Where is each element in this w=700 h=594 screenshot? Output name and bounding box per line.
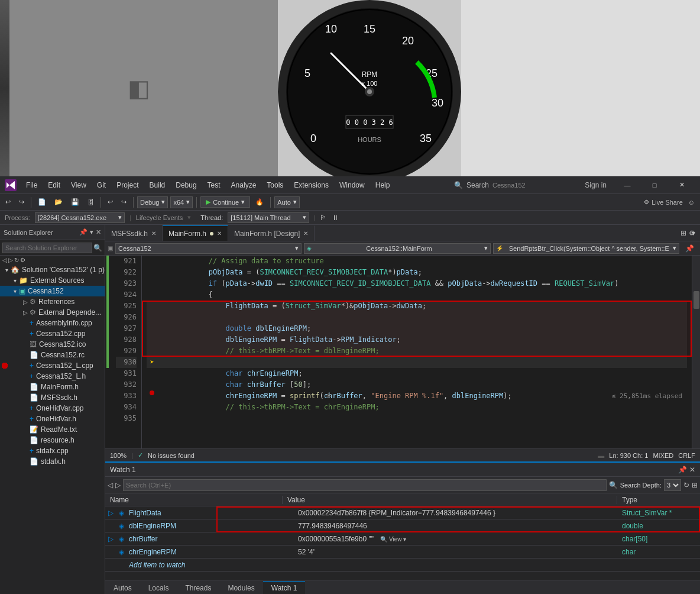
redo-button[interactable]: ↪ <box>118 196 129 208</box>
tab-msfssdk[interactable]: MSFSsdk.h ✕ <box>105 225 163 241</box>
tab-mainformh[interactable]: MainForm.h ✕ <box>163 225 228 241</box>
tree-external-sources[interactable]: ▾ 📁 External Sources <box>0 275 105 286</box>
menu-analyze[interactable]: Analyze <box>226 180 261 191</box>
right-scrollbar[interactable] <box>692 256 700 448</box>
bottom-tab-autos[interactable]: Autos <box>105 581 140 594</box>
minimize-button[interactable]: — <box>614 176 641 194</box>
menu-extensions[interactable]: Extensions <box>289 180 333 191</box>
sidebar-chevron-icon[interactable]: ▾ <box>90 228 93 236</box>
menu-build[interactable]: Build <box>145 180 170 191</box>
tree-collapse-btn[interactable]: ◁ <box>2 257 7 263</box>
close-button[interactable]: ✕ <box>668 176 695 194</box>
context-project[interactable]: Cessna152 ▾ <box>115 243 302 254</box>
tree-project-cessna[interactable]: ▾ ▣ Cessna152 <box>0 286 105 296</box>
tree-item-cessna152cpp[interactable]: + Cessna152.cpp <box>0 328 105 339</box>
code-lines[interactable]: // Assign data to structure pObjData = (… <box>142 256 692 448</box>
refresh-icon[interactable]: ↻ <box>683 481 689 489</box>
sidebar-pin-icon[interactable]: 📌 <box>79 228 88 236</box>
watch-row-flightdata[interactable]: ▷ ◈ FlightData 0x00002234d7b867f8 {RPM_I… <box>105 506 700 519</box>
tree-item-resource[interactable]: 📄 resource.h <box>0 435 105 446</box>
svg-point-15 <box>367 89 372 94</box>
auto-dropdown[interactable]: Auto ▾ <box>274 196 300 208</box>
tab-mainformh-design[interactable]: MainForm.h [Design] ✕ <box>228 225 315 241</box>
tree-expand-btn[interactable]: ▷ <box>8 257 13 263</box>
bottom-tab-locals[interactable]: Locals <box>140 581 177 594</box>
tree-item-cessna-l-h[interactable]: + Cessna152_L.h <box>0 371 105 382</box>
sign-in[interactable]: Sign in <box>585 181 607 189</box>
tree-item-references[interactable]: ▷ ⚙ References <box>0 296 105 307</box>
tab-settings-icon[interactable]: ⚙ <box>689 229 695 237</box>
menu-edit[interactable]: Edit <box>43 180 65 191</box>
save-button[interactable]: 💾 <box>68 196 82 208</box>
bottom-tab-modules[interactable]: Modules <box>219 581 262 594</box>
back-button[interactable]: ↩ <box>2 196 14 208</box>
process-dropdown[interactable]: [28264] Cessna152.exe ▾ <box>35 212 125 223</box>
menu-test[interactable]: Test <box>203 180 225 191</box>
tree-settings-btn[interactable]: ⚙ <box>20 257 25 263</box>
tree-solution[interactable]: ▾ 🏠 Solution 'Cessna152' (1 p) <box>0 264 105 275</box>
undo-button[interactable]: ↩ <box>105 196 116 208</box>
tree-item-cessna-l-cpp[interactable]: ⏺ + Cessna152_L.cpp <box>0 360 105 371</box>
depth-select[interactable]: 3 1 2 5 <box>664 479 681 491</box>
watch-close-icon[interactable]: ✕ <box>689 466 695 474</box>
sidebar-search-input[interactable] <box>2 243 92 253</box>
watch-search-icon[interactable]: 🔍 <box>609 481 618 489</box>
menu-git[interactable]: Git <box>92 180 111 191</box>
save-all-button[interactable]: 🗄 <box>85 197 97 208</box>
menu-view[interactable]: View <box>66 180 91 191</box>
thread-dropdown[interactable]: [15112] Main Thread ▾ <box>228 212 309 223</box>
bottom-tab-threads[interactable]: Threads <box>177 581 219 594</box>
tree-item-onehidvar-h[interactable]: + OneHidVar.h <box>0 414 105 424</box>
sidebar-close-icon[interactable]: ✕ <box>96 228 101 236</box>
open-button[interactable]: 📂 <box>51 196 66 208</box>
tree-item-readme[interactable]: 📝 ReadMe.txt <box>0 424 105 435</box>
tree-item-cessna-rc[interactable]: 📄 Cessna152.rc <box>0 350 105 360</box>
vs-window: File Edit View Git Project Build Debug T… <box>0 176 700 594</box>
menu-window[interactable]: Window <box>335 180 370 191</box>
view-btn[interactable]: 🔍 View ▾ <box>380 536 406 543</box>
nav-forward-icon[interactable]: ▷ <box>115 481 121 489</box>
nav-back-icon[interactable]: ◁ <box>108 481 113 489</box>
tree-item-cessna-ico[interactable]: 🖼 Cessna152.ico <box>0 339 105 350</box>
debug-mode-dropdown[interactable]: Debug ▾ <box>137 196 168 208</box>
watch-row-dblenginerpm[interactable]: ◈ dblEngineRPM 777.94839468497446 double <box>105 519 700 532</box>
tree-refresh-btn[interactable]: ↻ <box>14 257 19 263</box>
watch-row-chrbuffer[interactable]: ▷ ◈ chrBuffer 0x00000055a15fe9b0 "" 🔍 Vi… <box>105 532 700 545</box>
hot-reload-button[interactable]: 🔥 <box>252 196 267 208</box>
menu-help[interactable]: Help <box>371 180 395 191</box>
code-editor[interactable]: 921 922 923 924 925 926 927 928 929 930 … <box>105 256 700 448</box>
watch-pin-icon[interactable]: 📌 <box>678 466 687 474</box>
cessna-ico-icon: 🖼 <box>30 340 37 348</box>
expand-icon[interactable]: ⊞ <box>692 481 698 489</box>
tree-item-ext-depend[interactable]: ▷ ⚙ External Depende... <box>0 307 105 318</box>
tree-item-stdafx-h[interactable]: 📄 stdafx.h <box>0 456 105 467</box>
feedback-button[interactable]: ☺ <box>685 197 698 208</box>
bottom-tab-watch1[interactable]: Watch 1 <box>263 581 306 594</box>
watch-row-add[interactable]: Add item to watch <box>105 559 700 572</box>
maximize-button[interactable]: □ <box>641 176 668 194</box>
platform-dropdown[interactable]: x64 ▾ <box>170 196 193 208</box>
tab-mainformh-design-close[interactable]: ✕ <box>303 230 308 237</box>
tree-item-msfssdk[interactable]: 📄 MSFSsdk.h <box>0 392 105 403</box>
new-button[interactable]: 📄 <box>35 196 49 208</box>
forward-button[interactable]: ↪ <box>16 196 27 208</box>
context-method[interactable]: ⚡ SendRptsBtr_Click(System::Object ^ sen… <box>493 243 679 254</box>
tab-expand-icon[interactable]: ⊞ <box>680 229 686 237</box>
watch-row-chrenginerpm[interactable]: ◈ chrEngineRPM 52 '4' char <box>105 545 700 559</box>
tree-item-assemblyinfo[interactable]: + AssemblyInfo.cpp <box>0 318 105 328</box>
tab-mainformh-close[interactable]: ✕ <box>217 230 222 237</box>
live-share-label[interactable]: Live Share <box>652 199 683 206</box>
menu-debug[interactable]: Debug <box>171 180 201 191</box>
menu-project[interactable]: Project <box>112 180 143 191</box>
context-class[interactable]: ◈ Cessna152::MainForm ▾ <box>304 243 490 254</box>
tree-item-mainformh[interactable]: 📄 MainForm.h <box>0 382 105 392</box>
continue-button[interactable]: ▶ Continue ▾ <box>200 196 250 208</box>
tree-item-onehidvar-cpp[interactable]: + OneHidVar.cpp <box>0 403 105 414</box>
tree-item-stdafx-cpp[interactable]: + stdafx.cpp <box>0 446 105 456</box>
menu-file[interactable]: File <box>21 180 42 191</box>
watch-search-input[interactable] <box>123 479 607 491</box>
context-pin[interactable]: 📌 <box>682 244 698 253</box>
sidebar-search-icon[interactable]: 🔍 <box>93 244 102 252</box>
menu-tools[interactable]: Tools <box>262 180 288 191</box>
tab-msfssdk-close[interactable]: ✕ <box>151 230 156 237</box>
